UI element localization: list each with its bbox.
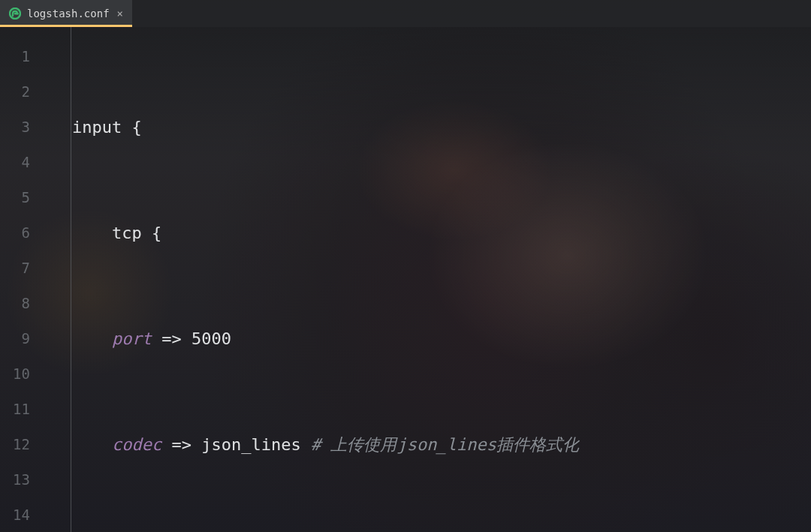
line-number: 12	[0, 427, 38, 462]
line-number: 8	[0, 286, 38, 321]
line-number: 13	[0, 462, 38, 497]
line-number: 10	[0, 356, 38, 392]
brace-open: {	[152, 224, 161, 242]
comment-text: 上传使用json_lines插件格式化	[330, 435, 578, 454]
code-line[interactable]: input {	[72, 110, 811, 145]
value-codec: json_lines	[201, 435, 300, 454]
line-number-gutter: 1 2 3 4 5 6 7 8 9 10 11 12 13 14	[0, 27, 38, 532]
line-number: 1	[0, 39, 38, 74]
code-line[interactable]: port => 5000	[72, 321, 811, 356]
code-line[interactable]: tcp {	[72, 215, 811, 251]
line-number: 5	[0, 180, 38, 215]
editor-root: logstash.conf × 1 2 3 4 5 6 7 8 9 10 11 …	[0, 0, 811, 532]
comment-hash: #	[311, 435, 321, 454]
code-area[interactable]: input { tcp { port => 5000 codec => json…	[38, 27, 811, 532]
tab-filename: logstash.conf	[27, 0, 110, 27]
prop-port: port	[112, 329, 152, 348]
line-number: 7	[0, 251, 38, 286]
tab-bar: logstash.conf ×	[0, 0, 811, 27]
grok-file-icon	[9, 8, 21, 20]
gutter-border	[71, 27, 71, 532]
brace-open: {	[131, 118, 141, 137]
line-number: 9	[0, 321, 38, 356]
keyword-tcp: tcp	[112, 224, 142, 242]
arrow: =>	[171, 435, 191, 454]
keyword-input: input	[72, 118, 122, 137]
value-port: 5000	[191, 329, 231, 348]
line-number: 4	[0, 145, 38, 180]
arrow: =>	[161, 329, 182, 348]
tab-close-icon[interactable]: ×	[116, 8, 123, 19]
line-number: 11	[0, 392, 38, 427]
line-number: 3	[0, 110, 38, 145]
prop-codec: codec	[112, 435, 161, 454]
editor-area[interactable]: 1 2 3 4 5 6 7 8 9 10 11 12 13 14 input {…	[0, 27, 811, 532]
tab-logstash-conf[interactable]: logstash.conf ×	[0, 0, 132, 27]
line-number: 14	[0, 497, 38, 532]
line-number: 2	[0, 74, 38, 110]
line-number: 6	[0, 215, 38, 251]
tab-active-underline	[0, 25, 132, 27]
code-line[interactable]: codec => json_lines # 上传使用json_lines插件格式…	[72, 427, 811, 462]
